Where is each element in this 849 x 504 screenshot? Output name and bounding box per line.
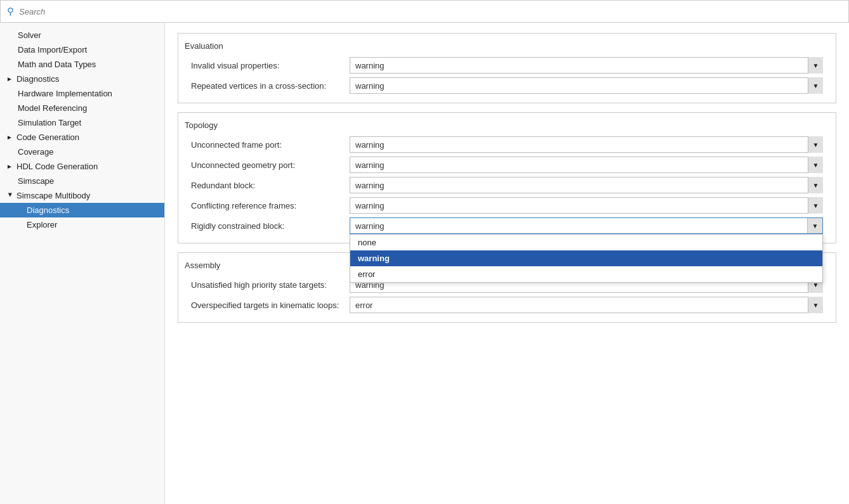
overspecified-targets-select[interactable]: warning none error [350,297,823,313]
sidebar-item-label: Simscape Multibody [16,191,90,200]
sidebar-item-simulation-target[interactable]: Simulation Target [0,115,164,130]
sidebar-item-label: Explorer [27,220,57,229]
unconnected-frame-port-select-wrap: warning none error ▼ [350,136,823,153]
unconnected-frame-port-row: Unconnected frame port: warning none err… [185,136,829,153]
rigidly-constrained-select-wrap: warning ▼ none warning error [350,217,823,234]
unsatisfied-high-priority-label: Unsatisfied high priority state targets: [191,280,350,290]
sidebar-item-label: HDL Code Generation [16,162,98,171]
arrow-icon: ► [6,75,14,82]
invalid-visual-properties-label: Invalid visual properties: [191,61,350,70]
sidebar-item-diagnostics[interactable]: ► Diagnostics [0,72,164,86]
sidebar-item-code-generation[interactable]: ► Code Generation [0,130,164,145]
rigidly-constrained-value: warning [355,221,807,231]
invalid-visual-properties-select-wrap: warning none error ▼ [350,57,823,74]
arrow-icon: ► [7,192,14,200]
dropdown-option-error[interactable]: error [350,266,822,282]
repeated-vertices-row: Repeated vertices in a cross-section: wa… [185,77,829,94]
topology-section: Topology Unconnected frame port: warning… [178,112,836,243]
conflicting-reference-frames-row: Conflicting reference frames: warning no… [185,197,829,214]
sidebar-item-simscape-multibody[interactable]: ► Simscape Multibody [0,188,164,203]
invalid-visual-properties-row: Invalid visual properties: warning none … [185,57,829,74]
redundant-block-label: Redundant block: [191,181,350,190]
conflicting-reference-frames-select[interactable]: warning none error [350,197,823,214]
rigidly-constrained-block-label: Rigidly constrained block: [191,221,350,231]
sidebar-item-label: Coverage [18,147,53,157]
sidebar: Solver Data Import/Export Math and Data … [0,23,165,504]
overspecified-targets-row: Overspecified targets in kinematic loops… [185,297,829,313]
arrow-icon: ► [6,134,14,141]
unconnected-frame-port-label: Unconnected frame port: [191,140,350,150]
dropdown-option-none[interactable]: none [350,235,822,250]
sidebar-item-label: Code Generation [16,132,79,142]
overspecified-targets-select-wrap: warning none error ▼ [350,297,823,313]
search-bar: ⚲ [0,0,849,23]
sidebar-item-coverage[interactable]: Coverage [0,145,164,159]
arrow-icon: ► [6,163,14,170]
conflicting-reference-frames-label: Conflicting reference frames: [191,201,350,210]
redundant-block-row: Redundant block: warning none error ▼ [185,177,829,193]
unconnected-geometry-port-label: Unconnected geometry port: [191,160,350,170]
sidebar-item-explorer[interactable]: Explorer [0,217,164,232]
invalid-visual-properties-select[interactable]: warning none error [350,57,823,74]
conflicting-reference-frames-select-wrap: warning none error ▼ [350,197,823,214]
sidebar-item-diagnostics-sub[interactable]: Diagnostics [0,203,164,217]
topology-title: Topology [185,120,829,130]
unconnected-frame-port-select[interactable]: warning none error [350,136,823,153]
repeated-vertices-select-wrap: warning none error ▼ [350,77,823,94]
sidebar-item-label: Data Import/Export [18,45,87,55]
sidebar-item-hdl-code-generation[interactable]: ► HDL Code Generation [0,159,164,174]
sidebar-item-model-referencing[interactable]: Model Referencing [0,101,164,115]
main-layout: Solver Data Import/Export Math and Data … [0,23,849,504]
sidebar-item-label: Simulation Target [18,118,81,127]
sidebar-item-hardware-implementation[interactable]: Hardware Implementation [0,86,164,101]
search-input[interactable] [19,7,842,16]
evaluation-section: Evaluation Invalid visual properties: wa… [178,33,836,103]
redundant-block-select-wrap: warning none error ▼ [350,177,823,193]
sidebar-item-math-and-data-types[interactable]: Math and Data Types [0,57,164,72]
content-area: Evaluation Invalid visual properties: wa… [165,23,849,504]
sidebar-item-label: Math and Data Types [18,60,96,69]
rigidly-constrained-display: warning ▼ [350,217,823,234]
unconnected-geometry-port-select[interactable]: warning none error [350,157,823,173]
redundant-block-select[interactable]: warning none error [350,177,823,193]
repeated-vertices-select[interactable]: warning none error [350,77,823,94]
sidebar-item-label: Simscape [18,176,54,186]
sidebar-item-label: Diagnostics [16,74,59,84]
sidebar-item-label: Hardware Implementation [18,89,112,98]
sidebar-item-solver[interactable]: Solver [0,28,164,42]
evaluation-title: Evaluation [185,41,829,51]
unconnected-geometry-port-select-wrap: warning none error ▼ [350,157,823,173]
sidebar-item-data-import-export[interactable]: Data Import/Export [0,42,164,57]
dropdown-option-warning[interactable]: warning [350,250,822,266]
overspecified-targets-label: Overspecified targets in kinematic loops… [191,300,350,310]
rigidly-constrained-dropdown-list: none warning error [350,234,823,283]
sidebar-item-simscape[interactable]: Simscape [0,174,164,188]
sidebar-item-label: Solver [18,30,41,40]
repeated-vertices-label: Repeated vertices in a cross-section: [191,81,350,91]
select-dropdown-arrow-icon[interactable]: ▼ [807,218,822,233]
search-icon: ⚲ [7,6,14,17]
sidebar-item-label: Model Referencing [18,103,87,113]
rigidly-constrained-block-row: Rigidly constrained block: warning ▼ non… [185,217,829,234]
unconnected-geometry-port-row: Unconnected geometry port: warning none … [185,157,829,173]
sidebar-item-label: Diagnostics [27,205,69,215]
